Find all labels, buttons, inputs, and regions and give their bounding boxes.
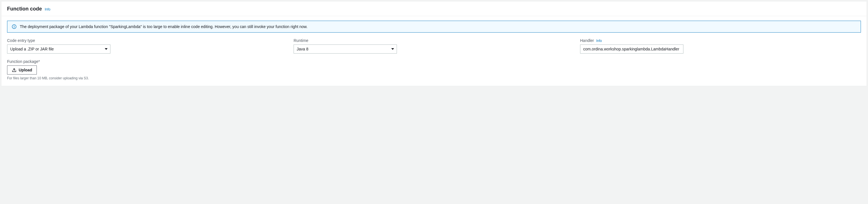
code-entry-field: Code entry type Upload a .ZIP or JAR fil… <box>7 38 288 54</box>
info-icon <box>12 24 17 29</box>
handler-label: Handler <box>580 38 594 43</box>
code-entry-select[interactable]: Upload a .ZIP or JAR file <box>7 45 111 54</box>
handler-info-link[interactable]: Info <box>596 39 602 43</box>
code-entry-value: Upload a .ZIP or JAR file <box>10 47 54 51</box>
runtime-field: Runtime Java 8 <box>293 38 575 54</box>
alert-message: The deployment package of your Lambda fu… <box>20 24 307 29</box>
form-row-main: Code entry type Upload a .ZIP or JAR fil… <box>7 38 861 54</box>
upload-icon <box>12 68 17 72</box>
runtime-select[interactable]: Java 8 <box>293 45 397 54</box>
runtime-value: Java 8 <box>297 47 308 51</box>
panel-body: The deployment package of your Lambda fu… <box>1 16 867 86</box>
panel-info-link[interactable]: Info <box>45 7 51 11</box>
upload-button-label: Upload <box>19 68 32 72</box>
handler-field: Handler Info <box>580 38 861 54</box>
code-entry-label: Code entry type <box>7 38 35 43</box>
upload-hint: For files larger than 10 MB, consider up… <box>7 76 861 80</box>
function-code-panel: Function code Info The deployment packag… <box>1 1 867 86</box>
panel-header: Function code Info <box>1 1 867 16</box>
function-package-label: Function package* <box>7 59 40 64</box>
svg-rect-2 <box>14 26 14 26</box>
svg-rect-1 <box>14 26 14 28</box>
info-alert: The deployment package of your Lambda fu… <box>7 21 861 33</box>
handler-input[interactable] <box>580 45 683 54</box>
panel-title: Function code <box>7 6 42 12</box>
upload-button[interactable]: Upload <box>7 65 37 75</box>
function-package-field: Function package* Upload For files large… <box>7 59 861 80</box>
runtime-label: Runtime <box>293 38 308 43</box>
